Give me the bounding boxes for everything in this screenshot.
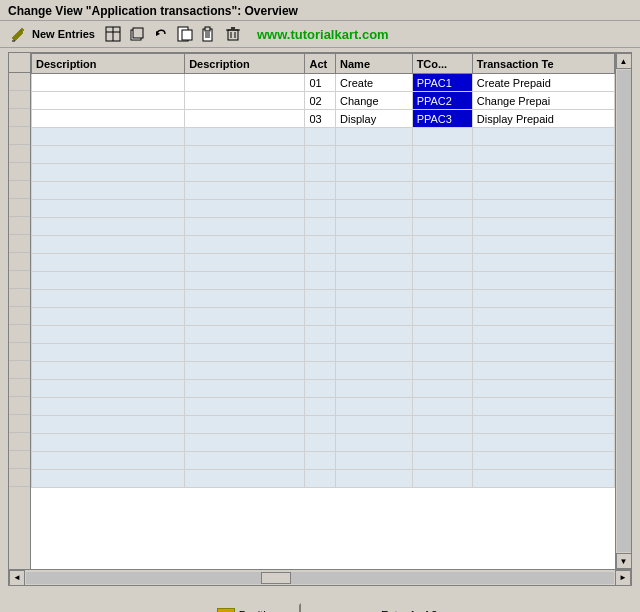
cell-tcode xyxy=(412,416,472,434)
copy-rows-icon[interactable] xyxy=(127,24,147,44)
table-row[interactable] xyxy=(32,254,615,272)
cell-name xyxy=(336,128,413,146)
table-row[interactable] xyxy=(32,128,615,146)
table-icon[interactable] xyxy=(103,24,123,44)
position-button[interactable]: ✓ Position... xyxy=(203,603,301,612)
cell-name xyxy=(336,218,413,236)
col-header-act: Act xyxy=(305,54,336,74)
table-row[interactable] xyxy=(32,290,615,308)
table-row[interactable] xyxy=(32,398,615,416)
cell-desc1 xyxy=(32,146,185,164)
table-row[interactable] xyxy=(32,146,615,164)
table-row[interactable] xyxy=(32,200,615,218)
cell-desc2 xyxy=(185,308,305,326)
cell-act xyxy=(305,416,336,434)
cell-desc2 xyxy=(185,110,305,128)
table-row[interactable] xyxy=(32,272,615,290)
table-row[interactable] xyxy=(32,218,615,236)
row-num-15 xyxy=(9,325,30,343)
cell-desc1 xyxy=(32,344,185,362)
row-num-11 xyxy=(9,253,30,271)
cell-trans xyxy=(472,146,614,164)
cell-trans xyxy=(472,236,614,254)
cell-tcode xyxy=(412,362,472,380)
cell-trans xyxy=(472,326,614,344)
cell-act xyxy=(305,470,336,488)
row-num-16 xyxy=(9,343,30,361)
col-header-name: Name xyxy=(336,54,413,74)
scroll-up-button[interactable]: ▲ xyxy=(616,53,632,69)
delete-icon[interactable] xyxy=(223,24,243,44)
table-wrapper: Description Description Act Name TCo... … xyxy=(9,53,631,569)
table-row[interactable] xyxy=(32,470,615,488)
cell-tcode xyxy=(412,236,472,254)
cell-desc1 xyxy=(32,218,185,236)
cell-act xyxy=(305,182,336,200)
cell-trans xyxy=(472,470,614,488)
cell-desc1 xyxy=(32,128,185,146)
cell-desc1 xyxy=(32,452,185,470)
cell-desc1 xyxy=(32,362,185,380)
cell-name xyxy=(336,380,413,398)
cell-tcode xyxy=(412,290,472,308)
table-row[interactable] xyxy=(32,416,615,434)
table-row[interactable] xyxy=(32,362,615,380)
table-row[interactable] xyxy=(32,164,615,182)
cell-desc1 xyxy=(32,380,185,398)
table-row[interactable] xyxy=(32,308,615,326)
table-row[interactable]: 03DisplayPPAC3Display Prepaid xyxy=(32,110,615,128)
table-row[interactable] xyxy=(32,434,615,452)
scroll-left-button[interactable]: ◄ xyxy=(9,570,25,586)
cell-trans: Display Prepaid xyxy=(472,110,614,128)
table-row[interactable] xyxy=(32,380,615,398)
svg-rect-5 xyxy=(133,28,143,38)
cell-name xyxy=(336,470,413,488)
cell-act xyxy=(305,308,336,326)
h-scroll-thumb[interactable] xyxy=(261,572,291,584)
horizontal-scrollbar[interactable]: ◄ ► xyxy=(9,569,631,585)
cell-trans xyxy=(472,344,614,362)
table-row[interactable] xyxy=(32,326,615,344)
table-row[interactable] xyxy=(32,452,615,470)
position-icon: ✓ xyxy=(217,608,235,612)
undo-icon[interactable] xyxy=(151,24,171,44)
new-entries-button[interactable]: New Entries xyxy=(32,28,95,40)
page-title: Change View "Application transactions": … xyxy=(8,4,298,18)
cell-desc1 xyxy=(32,290,185,308)
cell-tcode xyxy=(412,254,472,272)
copy2-icon[interactable] xyxy=(175,24,195,44)
paste-icon[interactable] xyxy=(199,24,219,44)
cell-trans xyxy=(472,272,614,290)
row-num-6 xyxy=(9,163,30,181)
table-row[interactable]: 02ChangePPAC2Change Prepai xyxy=(32,92,615,110)
row-numbers xyxy=(9,53,31,569)
cell-name xyxy=(336,290,413,308)
cell-name xyxy=(336,272,413,290)
cell-name xyxy=(336,362,413,380)
cell-desc2 xyxy=(185,182,305,200)
cell-desc2 xyxy=(185,128,305,146)
cell-name xyxy=(336,308,413,326)
cell-name: Change xyxy=(336,92,413,110)
table-row[interactable] xyxy=(32,182,615,200)
cell-tcode xyxy=(412,146,472,164)
svg-rect-14 xyxy=(228,30,238,40)
table-row[interactable] xyxy=(32,236,615,254)
cell-act xyxy=(305,200,336,218)
cell-act xyxy=(305,344,336,362)
cell-act xyxy=(305,290,336,308)
vertical-scrollbar[interactable]: ▲ ▼ xyxy=(615,53,631,569)
cell-desc2 xyxy=(185,200,305,218)
edit-icon[interactable] xyxy=(8,24,28,44)
table-row[interactable] xyxy=(32,344,615,362)
scroll-down-button[interactable]: ▼ xyxy=(616,553,632,569)
cell-desc1 xyxy=(32,416,185,434)
cell-desc2 xyxy=(185,74,305,92)
data-table: Description Description Act Name TCo... … xyxy=(31,53,615,488)
row-num-13 xyxy=(9,289,30,307)
table-row[interactable]: 01CreatePPAC1Create Prepaid xyxy=(32,74,615,92)
row-num-22 xyxy=(9,451,30,469)
cell-act: 03 xyxy=(305,110,336,128)
scroll-right-button[interactable]: ► xyxy=(615,570,631,586)
cell-tcode: PPAC2 xyxy=(412,92,472,110)
